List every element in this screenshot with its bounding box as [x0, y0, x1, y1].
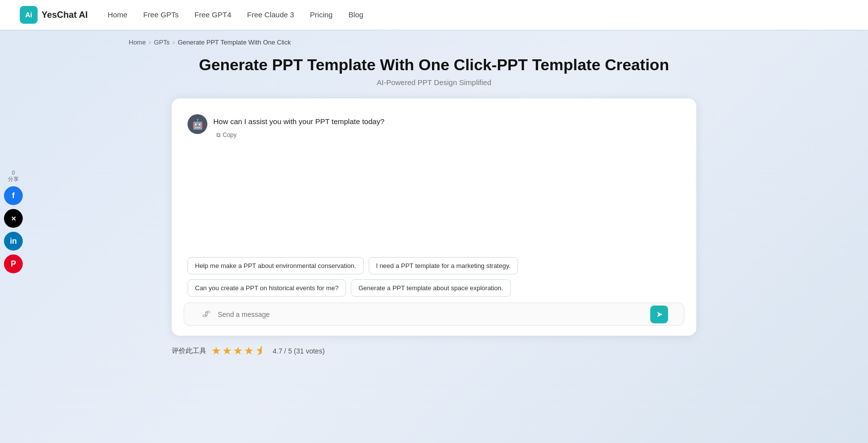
star-4: ★ — [244, 345, 254, 357]
x-share-button[interactable]: ✕ — [4, 209, 23, 228]
nav-item-blog[interactable]: Blog — [348, 10, 363, 19]
send-icon: ➤ — [656, 310, 663, 319]
facebook-icon: f — [12, 191, 14, 200]
navbar: Ai YesChat AI Home Free GPTs Free GPT4 F… — [0, 0, 868, 30]
bot-message: 🤖 How can I assist you with your PPT tem… — [188, 114, 680, 141]
chip-1[interactable]: I need a PPT template for a marketing st… — [369, 257, 518, 274]
send-button[interactable]: ➤ — [650, 306, 668, 323]
copy-label: Copy — [223, 132, 237, 138]
star-5-half: ⯨ — [255, 345, 266, 357]
chat-messages: 🤖 How can I assist you with your PPT tem… — [172, 114, 696, 249]
rating-display: 4.7 / 5 (31 votes) — [273, 347, 325, 355]
message-input[interactable] — [218, 304, 645, 325]
bot-avatar-emoji: 🤖 — [192, 118, 204, 130]
copy-button[interactable]: ⧉ Copy — [213, 131, 240, 139]
linkedin-icon: in — [10, 237, 17, 246]
suggestion-chips: Help me make a PPT about environmental c… — [172, 249, 696, 303]
nav-item-home[interactable]: Home — [107, 10, 127, 19]
logo-icon: Ai — [20, 6, 38, 24]
chat-container: 🤖 How can I assist you with your PPT tem… — [172, 98, 696, 336]
chip-3[interactable]: Generate a PPT template about space expl… — [351, 279, 510, 297]
pinterest-share-button[interactable]: P — [4, 255, 23, 273]
stars: ★ ★ ★ ★ ⯨ — [211, 345, 266, 357]
share-number: 0 — [12, 170, 15, 176]
facebook-share-button[interactable]: f — [4, 186, 23, 205]
attach-icon[interactable]: 🖇 — [200, 303, 213, 325]
message-bubble: How can I assist you with your PPT templ… — [213, 114, 385, 141]
rating-label: 评价此工具 — [172, 347, 206, 355]
nav-links: Home Free GPTs Free GPT4 Free Claude 3 P… — [107, 10, 363, 19]
star-2: ★ — [222, 345, 232, 357]
message-text: How can I assist you with your PPT templ… — [213, 116, 385, 128]
rating-section: 评价此工具 ★ ★ ★ ★ ⯨ 4.7 / 5 (31 votes) — [172, 345, 696, 367]
page-title: Generate PPT Template With One Click-PPT… — [10, 56, 858, 74]
nav-item-free-gpt4[interactable]: Free GPT4 — [194, 10, 231, 19]
copy-icon: ⧉ — [216, 132, 221, 138]
nav-item-free-claude3[interactable]: Free Claude 3 — [247, 10, 294, 19]
page-title-section: Generate PPT Template With One Click-PPT… — [0, 51, 868, 98]
logo-link[interactable]: Ai YesChat AI — [20, 6, 88, 24]
page-subtitle: AI-Powered PPT Design Simplified — [10, 78, 858, 87]
input-area: 🖇 ➤ — [184, 303, 684, 326]
pinterest-icon: P — [11, 260, 16, 268]
linkedin-share-button[interactable]: in — [4, 232, 23, 251]
social-sidebar: 0 分享 f ✕ in P — [0, 164, 27, 279]
star-1: ★ — [211, 345, 221, 357]
breadcrumb-home[interactable]: Home — [129, 39, 146, 46]
share-label: 分享 — [8, 176, 19, 182]
nav-item-pricing[interactable]: Pricing — [310, 10, 333, 19]
star-3: ★ — [233, 345, 243, 357]
chip-2[interactable]: Can you create a PPT on historical event… — [188, 279, 346, 297]
breadcrumb-sep-2: › — [173, 39, 175, 46]
breadcrumb: Home › GPTs › Generate PPT Template With… — [0, 30, 868, 51]
logo-text: YesChat AI — [42, 10, 88, 20]
breadcrumb-current: Generate PPT Template With One Click — [178, 39, 291, 46]
x-icon: ✕ — [11, 215, 16, 222]
nav-item-free-gpts[interactable]: Free GPTs — [143, 10, 179, 19]
chip-0[interactable]: Help me make a PPT about environmental c… — [188, 257, 364, 274]
avatar: 🤖 — [188, 114, 207, 134]
share-count: 0 分享 — [8, 170, 19, 182]
breadcrumb-gpts[interactable]: GPTs — [154, 39, 170, 46]
breadcrumb-sep-1: › — [149, 39, 151, 46]
